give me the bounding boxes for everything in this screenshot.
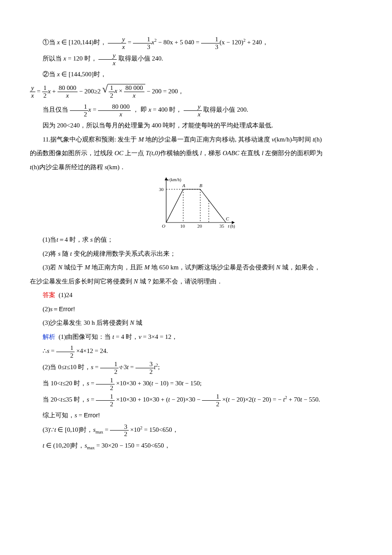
fraction: 32 — [135, 361, 154, 375]
text: − 10) = 30 — [153, 380, 182, 387]
fraction: yx — [98, 52, 117, 66]
svg-text:A: A — [182, 183, 185, 188]
text: ， 即 — [133, 107, 149, 113]
svg-text:O: O — [162, 223, 165, 228]
paragraph: 所以当 x = 120 时， yx 取得最小值 240. — [30, 52, 362, 66]
text: 左侧部分的面积即为 — [263, 150, 323, 156]
text: 城？如果不会，请说明理由． — [138, 278, 223, 285]
analysis-2d: 综上可知，s = Error! — [30, 409, 362, 422]
paragraph: t(h)内沙尘暴所经过的路程 s(km)． — [30, 161, 362, 173]
text: (3)∵ — [43, 426, 55, 433]
fraction: 12 — [109, 84, 115, 99]
text: ≤35 时， — [62, 396, 86, 403]
text: − 20)×30 − — [170, 396, 202, 403]
text: (1)由图像可知：当 — [59, 333, 112, 340]
paragraph: ①当 x ∈ [120,144)时， yx = 13x2 − 80x + 5 0… — [30, 36, 362, 50]
text: ∴ — [43, 348, 47, 355]
fraction: 12 — [96, 377, 115, 391]
text: = — [93, 364, 100, 371]
text: 因为 200<240，所以当每月的处理量为 400 吨时，才能使每吨的平均处理成… — [43, 122, 273, 129]
text: = — [49, 348, 56, 355]
text: ②当 — [43, 71, 57, 78]
analysis-label: 解析 — [43, 333, 55, 340]
text: (h)内沙尘暴所经过的路程 — [32, 164, 104, 171]
text: − 20)×2( — [230, 396, 254, 403]
text: = 30×20 − 150 = 450<650， — [95, 442, 170, 449]
text: 上一点 — [124, 150, 146, 156]
var-N: N — [134, 278, 138, 285]
text: 在直线 — [239, 150, 262, 156]
velocity-chart: A B C O 30 10 20 35 t(h) v(km/h) — [153, 176, 239, 231]
text: = — [37, 88, 42, 95]
text: ＝ — [52, 306, 59, 312]
paragraph: 因为 200<240，所以当每月的处理量为 400 吨时，才能使每吨的平均处理成… — [30, 119, 362, 132]
var-OABC: OABC — [223, 150, 239, 156]
var-v: v — [138, 333, 141, 340]
text: (3)若 — [43, 264, 58, 271]
text: × — [119, 88, 124, 95]
text: (km/h)与时间 — [274, 136, 313, 143]
svg-text:20: 20 — [197, 223, 202, 228]
text: ×10×30 + 10×30 + ( — [116, 396, 168, 403]
text: = 4 时， — [114, 333, 138, 340]
text: 地的沙尘暴一直向正南方向移动, 其移动速度 — [144, 136, 271, 143]
text: − 550. — [302, 396, 320, 403]
text: = — [129, 364, 135, 371]
fraction: 13 — [201, 36, 220, 50]
subscript: max — [95, 430, 103, 434]
text: (1)24 — [59, 292, 73, 298]
fraction: 80 000x — [124, 84, 144, 99]
text: ≤20 时， — [62, 380, 86, 387]
text: ×10 — [130, 426, 140, 433]
text: ∈ (10,20]时， — [44, 442, 84, 449]
text: 11.据气象中心观察和预测: 发生于 — [43, 136, 138, 143]
text: = 150<650， — [142, 426, 178, 433]
error-text: Error! — [59, 305, 75, 312]
text: (h) — [314, 136, 322, 143]
text: + 70 — [287, 396, 300, 403]
fraction: 12 — [96, 393, 115, 408]
text: − 200 = 200， — [147, 88, 184, 95]
text: (x − 120) — [219, 39, 243, 46]
question-3: (3)若 N 城位于 M 地正南方向，且距 M 地 650 km，试判断这场沙尘… — [30, 261, 362, 274]
answer-block: 答案 (1)24 — [30, 289, 362, 301]
fraction: yx — [108, 36, 126, 50]
svg-text:B: B — [199, 183, 202, 188]
text: 随 — [61, 250, 70, 257]
var-M: M — [144, 264, 150, 271]
text: = — [77, 412, 84, 419]
text: 的值； — [93, 236, 114, 243]
text: 变化的规律用数学关系式表示出来； — [72, 250, 176, 257]
text: 当 10< — [43, 380, 61, 387]
text: 在沙尘暴发生后多长时间它将侵袭到 — [30, 278, 134, 285]
text: + 240， — [245, 39, 268, 46]
text: ①当 — [43, 39, 57, 46]
question-3b: 在沙尘暴发生后多长时间它将侵袭到 N 城？如果不会，请说明理由． — [30, 275, 362, 288]
text: = — [93, 107, 98, 113]
svg-text:35: 35 — [219, 223, 225, 228]
var-N: N — [58, 264, 62, 271]
text: (km)． — [107, 164, 126, 171]
text: ×4×12 = 24. — [76, 348, 108, 355]
svg-text:C: C — [226, 216, 229, 221]
analysis-3a: (3)∵t ∈ [0,10]时，smax = 32 ×102 = 150<650… — [30, 423, 362, 438]
answer-3: (3)沙尘暴发生 30 h 后将侵袭到 N 城 — [30, 317, 362, 329]
svg-text:10: 10 — [180, 223, 185, 228]
svg-text:30: 30 — [159, 187, 164, 192]
text: − 150; — [184, 380, 202, 387]
text: ×10×30 + 30( — [116, 380, 151, 387]
equation-line: yx = 12x + 80 000x − 200≥2 √ 12x × 80 00… — [30, 82, 362, 102]
analysis-2c: 当 20<t≤35 时，s = 12 ×10×30 + 10×30 + (t −… — [30, 393, 362, 408]
question-1: (1)当t＝4 时，求 s 的值； — [30, 234, 362, 246]
tuple: (t,0) — [149, 150, 160, 156]
svg-text:v: v — [167, 177, 169, 182]
text: − 200≥2 — [79, 88, 102, 95]
answer-label: 答案 — [43, 292, 55, 298]
text: ≤10 时， — [66, 364, 91, 371]
var-N: N — [130, 319, 134, 326]
fraction: 12 — [56, 344, 75, 359]
paragraph: ②当 x ∈ [144,500]时， — [30, 68, 362, 81]
text: 取得最小值 240. — [118, 55, 163, 62]
text: 地正南方向，且距 — [90, 264, 144, 271]
text: = 3×4 = 12， — [141, 333, 178, 340]
